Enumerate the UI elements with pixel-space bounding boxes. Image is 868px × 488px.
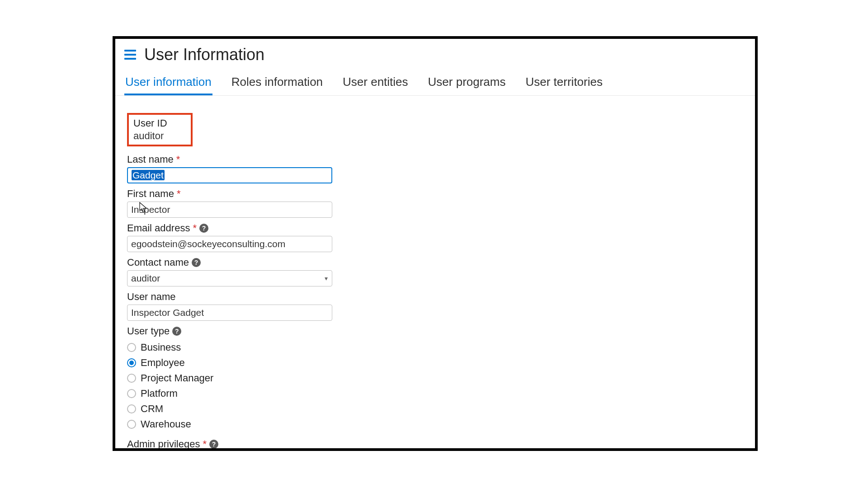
required-asterisk: * [177,188,181,200]
user-type-field: User type ? Business Employee Project Ma… [127,325,746,432]
help-icon[interactable]: ? [172,327,181,336]
admin-privileges-field: Admin privileges * ? [127,438,746,450]
user-type-radio-group: Business Employee Project Manager Platfo… [127,340,746,432]
user-name-field: User name [127,291,746,321]
radio-icon [127,374,136,383]
tab-user-territories[interactable]: User territories [524,75,603,95]
user-type-label: User type ? [127,325,181,337]
radio-project-manager[interactable]: Project Manager [127,371,746,386]
user-id-highlight-box: User ID auditor [127,113,193,146]
page-title: User Information [144,45,264,64]
radio-icon [127,358,136,367]
list-icon[interactable] [124,50,136,60]
radio-crm[interactable]: CRM [127,401,746,417]
email-input[interactable] [127,236,332,252]
radio-icon [127,404,136,413]
user-info-panel: User Information User information Roles … [113,36,758,451]
required-asterisk: * [203,438,207,450]
tab-roles-information[interactable]: Roles information [231,75,324,95]
panel-header: User Information [115,39,755,72]
help-icon[interactable]: ? [192,258,201,267]
first-name-label: First name * [127,188,180,200]
tab-bar: User information Roles information User … [115,72,755,96]
user-id-value: auditor [133,130,167,142]
radio-icon [127,343,136,352]
last-name-label: Last name * [127,154,180,165]
user-id-label: User ID [133,117,167,129]
contact-name-label: Contact name ? [127,257,201,268]
radio-employee[interactable]: Employee [127,355,746,371]
tab-user-entities[interactable]: User entities [342,75,409,95]
required-asterisk: * [176,154,180,165]
first-name-input[interactable] [127,202,332,218]
first-name-field: First name * [127,188,746,218]
radio-icon [127,420,136,429]
last-name-field: Last name * Gadget [127,154,746,183]
last-name-selected-text: Gadget [132,170,165,180]
radio-business[interactable]: Business [127,340,746,355]
user-name-label: User name [127,291,176,303]
radio-platform[interactable]: Platform [127,386,746,401]
contact-name-value[interactable] [127,270,332,286]
form-area: User ID auditor Last name * Gadget First… [115,96,755,450]
required-asterisk: * [193,222,197,234]
help-icon[interactable]: ? [209,440,218,449]
help-icon[interactable]: ? [199,224,208,233]
contact-name-select[interactable]: ▾ [127,270,332,286]
tab-user-information[interactable]: User information [124,75,212,95]
user-name-input[interactable] [127,305,332,321]
contact-name-field: Contact name ? ▾ [127,257,746,286]
tab-user-programs[interactable]: User programs [427,75,507,95]
radio-icon [127,389,136,398]
admin-privileges-label: Admin privileges * ? [127,438,218,450]
email-label: Email address * ? [127,222,208,234]
last-name-input[interactable]: Gadget [127,167,332,183]
radio-warehouse[interactable]: Warehouse [127,417,746,432]
email-field: Email address * ? [127,222,746,252]
